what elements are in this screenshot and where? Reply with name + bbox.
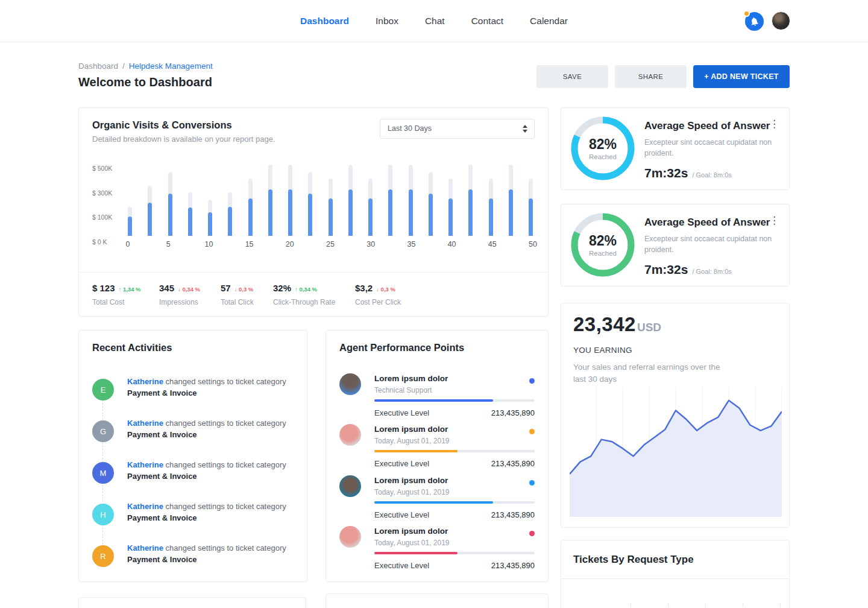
bar-value	[168, 194, 172, 236]
speed-card-description: Excepteur sint occaecat cupidatat non pr…	[644, 137, 774, 159]
stat-change: ↑ 0,34 %	[295, 286, 317, 293]
bar	[529, 163, 533, 236]
axis-tick	[743, 603, 743, 607]
nav-item-dashboard[interactable]: Dashboard	[300, 16, 349, 27]
speed-card-title: Average Speed of Answer	[644, 120, 770, 132]
nav-item-calendar[interactable]: Calendar	[530, 16, 568, 27]
agent-status-dot	[529, 378, 535, 384]
agent-progress-fill	[374, 450, 458, 452]
notification-button[interactable]	[745, 12, 764, 31]
organic-card-title: Organic Visits & Conversions	[92, 119, 232, 131]
bar-value	[529, 198, 533, 236]
bar-value	[429, 194, 433, 236]
page-title: Welcome to Dashboard	[78, 75, 212, 89]
nav-item-contact[interactable]: Contact	[471, 16, 503, 27]
bar	[448, 163, 453, 236]
activity-action: changed settings to ticket category	[163, 502, 286, 511]
activity-user-link[interactable]: Katherine	[127, 419, 163, 428]
x-tick-label: 20	[286, 240, 294, 249]
earnings-description: Your sales and referral earnings over th…	[573, 361, 724, 386]
breadcrumb-current[interactable]: Helpdesk Management	[129, 62, 213, 71]
agent-subtitle: Today, August 01, 2019	[374, 437, 450, 445]
bar	[208, 163, 212, 236]
activity-user-link[interactable]: Katherine	[127, 460, 163, 469]
bar-value	[248, 198, 253, 236]
activity-target: Payment & Invoice	[127, 388, 296, 399]
x-tick-label: 25	[326, 240, 335, 249]
agent-progress-fill	[374, 399, 493, 402]
breadcrumb-parent[interactable]: Dashboard	[78, 62, 118, 71]
divider	[561, 578, 789, 579]
bar-value	[489, 198, 493, 236]
agent-subtitle: Today, August 01, 2019	[374, 539, 450, 547]
main-nav: DashboardInboxChatContactCalendar	[0, 0, 868, 42]
axis-tick	[668, 603, 668, 607]
save-button[interactable]: SAVE	[536, 65, 608, 88]
bar	[288, 163, 292, 236]
bar-value	[308, 194, 312, 236]
agent-progress-track	[374, 552, 535, 554]
activity-user-link[interactable]: Katherine	[127, 543, 163, 553]
activity-avatar: G	[92, 420, 114, 442]
add-new-ticket-button[interactable]: + ADD NEW TICKET	[693, 65, 790, 88]
stat-total-cost: $ 123↑ 1,34 %Total Cost	[92, 283, 141, 306]
x-tick-label: 50	[529, 240, 537, 249]
bar-value	[329, 198, 333, 236]
period-select[interactable]: Last 30 Days	[380, 119, 535, 139]
bar-value	[388, 189, 392, 236]
nav-item-chat[interactable]: Chat	[425, 16, 445, 27]
bar-chart-x-axis: 05101520253035404550	[128, 240, 533, 250]
bar	[308, 163, 312, 236]
nav-item-inbox[interactable]: Inbox	[376, 16, 398, 27]
user-avatar[interactable]	[772, 11, 790, 30]
axis-tick	[631, 603, 631, 607]
stat-value-row: 57↓ 0,3 %	[221, 283, 254, 294]
activity-text: Katherine changed settings to ticket cat…	[127, 376, 296, 399]
stat-change: ↓ 0,3 %	[376, 286, 395, 293]
activity-target: Payment & Invoice	[127, 471, 296, 483]
stat-value-row: 32%↑ 0,34 %	[273, 283, 335, 294]
activity-user-link[interactable]: Katherine	[127, 377, 163, 386]
bar	[228, 163, 232, 236]
x-tick-label: 0	[126, 240, 130, 249]
bar-value	[148, 203, 152, 236]
stat-value-row: $3,2↓ 0,3 %	[355, 283, 401, 294]
bar-value	[228, 207, 232, 236]
stat-change: ↑ 1,34 %	[119, 286, 141, 293]
stat-label: Total Cost	[92, 298, 141, 306]
y-tick-label: $ 300K	[92, 189, 112, 197]
activity-target: Payment & Invoice	[127, 513, 296, 524]
stat-cost-per-click: $3,2↓ 0,3 %Cost Per Click	[355, 283, 401, 306]
agent-status-dot	[529, 480, 535, 486]
average-speed-card: 82%ReachedAverage Speed of Answer⋮Except…	[561, 107, 790, 190]
bar	[329, 163, 333, 236]
agent-points-value: 213,435,890	[491, 408, 535, 417]
bar-chart	[128, 163, 533, 236]
x-tick-label: 15	[245, 240, 254, 249]
bar-value	[348, 189, 353, 236]
kebab-menu-icon[interactable]: ⋮	[769, 215, 779, 226]
bar	[468, 163, 473, 236]
agent-level-label: Executive Level	[374, 459, 429, 468]
axis-tick	[780, 603, 781, 607]
bar	[248, 163, 253, 236]
select-arrows-icon	[523, 125, 527, 133]
activity-user-link[interactable]: Katherine	[127, 502, 163, 511]
top-navigation-bar: DashboardInboxChatContactCalendar	[0, 0, 868, 42]
kebab-menu-icon[interactable]: ⋮	[769, 119, 779, 129]
bar	[268, 163, 272, 236]
speed-time-row: 7m:32s/ Goal: 8m:0s	[644, 166, 732, 180]
notification-badge	[743, 10, 750, 17]
agent-status-dot	[529, 429, 535, 434]
share-button[interactable]: SHARE	[615, 65, 687, 88]
activity-avatar: E	[92, 379, 114, 401]
partial-card-middle	[326, 594, 549, 608]
tickets-card-title: Tickets By Request Type	[573, 554, 694, 566]
x-tick-label: 30	[366, 240, 375, 249]
y-tick-label: $ 500K	[92, 165, 112, 172]
bar-value	[288, 189, 292, 236]
divider	[79, 272, 548, 273]
bar	[429, 163, 433, 236]
bar-value	[509, 189, 513, 236]
reached-label: Reached	[589, 250, 617, 257]
